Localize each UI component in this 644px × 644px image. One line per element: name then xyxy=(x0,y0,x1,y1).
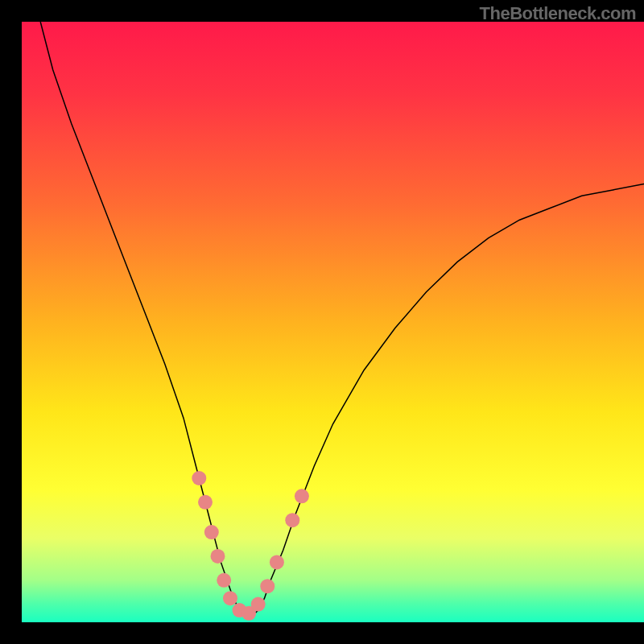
marker-point xyxy=(223,591,237,605)
plot-area xyxy=(22,22,644,622)
marker-point xyxy=(285,513,299,527)
marker-point xyxy=(260,579,275,593)
chart-svg xyxy=(22,22,644,622)
marker-point xyxy=(198,495,213,510)
marker-point xyxy=(295,489,309,503)
marker-point xyxy=(204,525,219,539)
source-watermark: TheBottleneck.com xyxy=(480,3,636,24)
marker-point xyxy=(251,597,266,612)
marker-point xyxy=(217,573,231,588)
gradient-background xyxy=(22,22,644,622)
marker-point xyxy=(270,555,284,569)
marker-point xyxy=(192,471,206,485)
chart-frame: TheBottleneck.com xyxy=(0,0,644,644)
marker-point xyxy=(211,549,225,564)
